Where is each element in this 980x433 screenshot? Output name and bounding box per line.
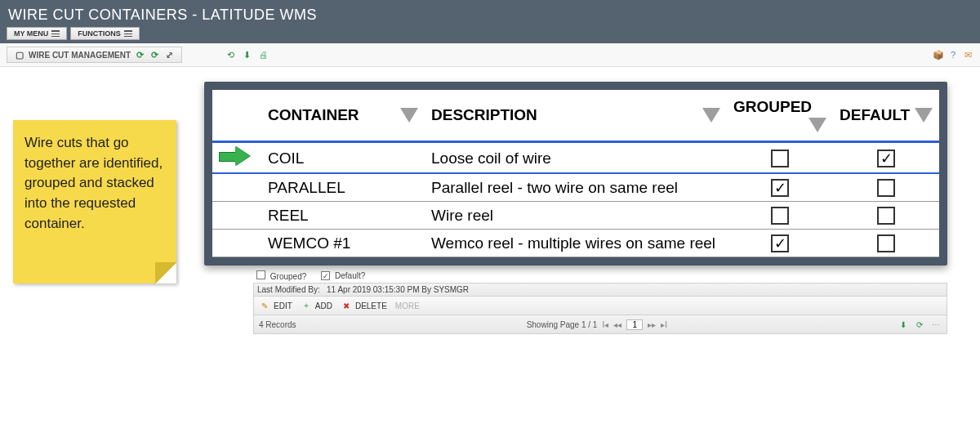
sort-icon[interactable] [702,108,720,123]
meta-default-checkbox[interactable]: ✓ [321,271,330,280]
cell-default [833,202,939,230]
functions-button[interactable]: FUNCTIONS [70,27,140,40]
last-modified-label: Last Modified By: [257,285,320,294]
cell-container: REEL [261,202,425,230]
more-label: MORE [395,301,420,310]
grouped-checkbox[interactable] [771,207,789,225]
edit-label: EDIT [274,301,292,310]
cell-grouped [727,142,833,174]
hamburger-icon [124,30,132,37]
sort-icon[interactable] [400,108,418,123]
functions-label: FUNCTIONS [78,29,121,38]
delete-label: DELETE [355,301,387,310]
add-label: ADD [315,301,332,310]
page-input[interactable] [626,319,643,330]
col-default[interactable]: DEFAULT [833,90,939,142]
sort-icon[interactable] [915,108,933,123]
cell-default [833,230,939,257]
meta-grouped-checkbox[interactable] [256,270,265,279]
grouped-checkbox[interactable] [771,150,789,167]
meta-grouped-label: Grouped? [270,272,306,281]
row-selector-cell [212,202,261,230]
print-icon[interactable]: 🖨 [257,49,269,60]
cell-container: COIL [261,142,425,174]
sticky-note: Wire cuts that go together are identifie… [13,120,176,283]
cell-description: Wire reel [425,202,727,230]
box-icon[interactable]: 📦 [933,49,944,60]
row-selector-cell [212,230,261,257]
first-page-button[interactable]: I◂ [602,320,608,329]
panel-tab[interactable]: ▢ WIRE CUT MANAGEMENT ⟳ ⟳ ⤢ [7,47,182,63]
toolbar: ▢ WIRE CUT MANAGEMENT ⟳ ⟳ ⤢ ⟲ ⬇ 🖨 📦 ? ✉ [0,43,980,67]
row-selector-cell [212,142,261,174]
meta-default-label: Default? [335,271,365,280]
link-icon[interactable]: ⟲ [225,49,236,60]
edit-button[interactable]: ✎ EDIT [259,300,292,311]
cell-grouped [727,202,833,230]
minus-icon: ▢ [14,49,25,60]
meta-default: ✓ Default? [321,271,365,281]
edit-icon: ✎ [259,300,270,311]
meta-row: Grouped? ✓ Default? [253,266,947,283]
default-checkbox[interactable] [877,234,895,252]
cell-description: Loose coil of wire [425,142,727,174]
hamburger-icon [51,30,60,37]
cell-default [833,173,939,202]
panel-tab-label: WIRE CUT MANAGEMENT [29,51,131,60]
table-row[interactable]: COILLoose coil of wire✓ [212,142,939,174]
action-row: ✎ EDIT ＋ ADD ✖ DELETE MORE [253,297,947,315]
help-icon[interactable]: ? [947,49,959,60]
export-icon[interactable]: ⬇ [241,49,252,60]
col-container[interactable]: CONTAINER [261,90,425,142]
default-checkbox[interactable] [877,207,895,225]
page-title: WIRE CUT CONTAINERS - LATITUDE WMS [0,0,980,27]
row-selector-cell [212,173,261,202]
cell-grouped: ✓ [727,230,833,257]
pager-label: Showing Page 1 / 1 [527,320,598,329]
add-button[interactable]: ＋ ADD [301,300,332,311]
delete-icon: ✖ [341,300,352,311]
refresh-grid-icon[interactable]: ⟳ [914,319,925,330]
data-table-panel: CONTAINER DESCRIPTION GROUPED DEFAULT [204,82,947,266]
last-modified-value: 11 Apr 2019 03:15:30 PM By SYSMGR [327,285,469,294]
selected-arrow-icon [219,148,252,164]
col-description[interactable]: DESCRIPTION [425,90,727,142]
add-icon: ＋ [301,300,312,311]
excel-export-icon[interactable]: ⬇ [898,319,909,330]
delete-button[interactable]: ✖ DELETE [341,300,387,311]
col-default-label: DEFAULT [840,106,910,123]
grouped-checkbox[interactable]: ✓ [771,234,789,252]
mail-icon[interactable]: ✉ [962,49,973,60]
table-row[interactable]: PARALLELParallel reel - two wire on same… [212,173,939,202]
col-grouped[interactable]: GROUPED [727,90,833,142]
table-row[interactable]: WEMCO #1Wemco reel - multiple wires on s… [212,230,939,257]
records-count: 4 Records [259,320,296,329]
grouped-checkbox[interactable]: ✓ [771,179,789,197]
more-button[interactable]: MORE [395,301,420,310]
sticky-note-text: Wire cuts that go together are identifie… [24,135,163,231]
pager: Showing Page 1 / 1 I◂ ◂◂ ▸▸ ▸I [527,319,667,330]
cell-default: ✓ [833,142,939,174]
col-selector [212,90,261,142]
default-checkbox[interactable]: ✓ [877,150,895,167]
refresh-all-icon[interactable]: ⟳ [149,49,160,60]
last-modified: Last Modified By: 11 Apr 2019 03:15:30 P… [253,283,947,297]
prev-page-button[interactable]: ◂◂ [613,320,621,329]
cell-container: WEMCO #1 [261,230,425,257]
col-grouped-label: GROUPED [733,98,812,115]
menu-bar: MY MENU FUNCTIONS [0,27,980,43]
table-row[interactable]: REELWire reel [212,202,939,230]
cell-container: PARALLEL [261,173,425,202]
cell-grouped: ✓ [727,173,833,202]
expand-icon[interactable]: ⤢ [163,49,175,60]
default-checkbox[interactable] [877,179,895,197]
cell-description: Parallel reel - two wire on same reel [425,173,727,202]
sort-icon[interactable] [808,118,826,132]
col-container-label: CONTAINER [268,106,359,123]
more-footer-icon[interactable]: ⋯ [930,319,942,330]
last-page-button[interactable]: ▸I [661,320,667,329]
next-page-button[interactable]: ▸▸ [648,320,656,329]
my-menu-button[interactable]: MY MENU [7,27,67,40]
refresh-icon[interactable]: ⟳ [134,49,145,60]
table-footer: 4 Records Showing Page 1 / 1 I◂ ◂◂ ▸▸ ▸I… [253,315,947,334]
